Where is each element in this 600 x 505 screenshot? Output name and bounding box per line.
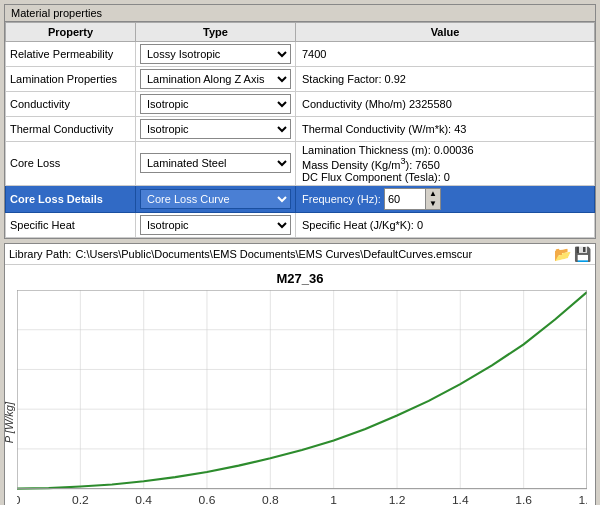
chart-title: M27_36 [13, 271, 587, 286]
svg-text:0.2: 0.2 [72, 493, 89, 505]
folder-open-icon[interactable]: 📂 [553, 246, 571, 262]
curve-line [17, 292, 587, 489]
value-cell: Stacking Factor: 0.92 [296, 67, 595, 92]
type-cell[interactable]: IsotropicAnisotropic [136, 92, 296, 117]
svg-text:0.4: 0.4 [135, 493, 152, 505]
type-cell[interactable]: Lamination Along Z AxisLamination Along … [136, 67, 296, 92]
table-row: Core Loss DetailsCore Loss CurveSteinmet… [6, 185, 595, 212]
frequency-label: Frequency (Hz): [302, 193, 384, 205]
property-cell: Lamination Properties [6, 67, 136, 92]
properties-table: Property Type Value Relative Permeabilit… [5, 22, 595, 238]
svg-text:0.8: 0.8 [262, 493, 279, 505]
col-header-type: Type [136, 23, 296, 42]
col-header-value: Value [296, 23, 595, 42]
main-container: Material properties Property Type Value … [0, 0, 600, 505]
table-row: Relative PermeabilityLossy IsotropicIsot… [6, 42, 595, 67]
table-row: Specific HeatIsotropicAnisotropicSpecifi… [6, 212, 595, 237]
svg-rect-32 [17, 290, 587, 489]
library-path-bar: Library Path: C:\Users\Public\Documents\… [5, 244, 595, 265]
property-cell: Specific Heat [6, 212, 136, 237]
svg-text:0.6: 0.6 [199, 493, 216, 505]
table-row: ConductivityIsotropicAnisotropicConducti… [6, 92, 595, 117]
chart-container: 0 0.2 0.4 0.6 0.8 1 1.2 1.4 1.6 1.8 0 [17, 290, 587, 505]
svg-text:0: 0 [17, 493, 21, 505]
svg-text:1.2: 1.2 [389, 493, 406, 505]
svg-text:1.6: 1.6 [515, 493, 532, 505]
value-cell: Specific Heat (J/Kg*K): 0 [296, 212, 595, 237]
svg-text:1.8: 1.8 [579, 493, 587, 505]
frequency-spinbox[interactable]: ▲▼ [384, 188, 441, 210]
frequency-input[interactable] [385, 192, 425, 206]
chart-area: M27_36 P [W/kg] [5, 265, 595, 505]
spinbox-down-button[interactable]: ▼ [426, 199, 440, 209]
table-row: Core LossLaminated SteelNoneElectrical S… [6, 142, 595, 186]
value-cell: Lamination Thickness (m): 0.00036Mass De… [296, 142, 595, 186]
type-cell[interactable]: Core Loss CurveSteinmetzNone [136, 185, 296, 212]
property-cell: Conductivity [6, 92, 136, 117]
folder-save-icon[interactable]: 💾 [573, 246, 591, 262]
value-cell: 7400 [296, 42, 595, 67]
y-axis-label: P [W/kg] [3, 402, 15, 443]
col-header-property: Property [6, 23, 136, 42]
library-path-value: C:\Users\Public\Documents\EMS Documents\… [75, 248, 549, 260]
type-cell[interactable]: IsotropicAnisotropic [136, 117, 296, 142]
type-cell[interactable]: Laminated SteelNoneElectrical Steel [136, 142, 296, 186]
property-cell: Relative Permeability [6, 42, 136, 67]
type-cell[interactable]: Lossy IsotropicIsotropicAnisotropic [136, 42, 296, 67]
value-cell: Frequency (Hz): ▲▼ [296, 185, 595, 212]
type-select[interactable]: Core Loss CurveSteinmetzNone [140, 189, 291, 209]
table-row: Thermal ConductivityIsotropicAnisotropic… [6, 117, 595, 142]
table-row: Lamination PropertiesLamination Along Z … [6, 67, 595, 92]
type-cell[interactable]: IsotropicAnisotropic [136, 212, 296, 237]
material-panel-title: Material properties [5, 5, 595, 22]
value-cell: Conductivity (Mho/m) 2325580 [296, 92, 595, 117]
chart-panel: Library Path: C:\Users\Public\Documents\… [4, 243, 596, 505]
library-path-label: Library Path: [9, 248, 71, 260]
material-properties-panel: Material properties Property Type Value … [4, 4, 596, 239]
value-cell: Thermal Conductivity (W/m*k): 43 [296, 117, 595, 142]
type-select[interactable]: IsotropicAnisotropic [140, 94, 291, 114]
folder-icons: 📂 💾 [553, 246, 591, 262]
type-select[interactable]: Lossy IsotropicIsotropicAnisotropic [140, 44, 291, 64]
property-cell: Core Loss Details [6, 185, 136, 212]
type-select[interactable]: IsotropicAnisotropic [140, 215, 291, 235]
svg-text:1.4: 1.4 [452, 493, 469, 505]
property-cell: Core Loss [6, 142, 136, 186]
svg-text:1: 1 [330, 493, 337, 505]
type-select[interactable]: IsotropicAnisotropic [140, 119, 291, 139]
type-select[interactable]: Laminated SteelNoneElectrical Steel [140, 153, 291, 173]
property-cell: Thermal Conductivity [6, 117, 136, 142]
spinbox-up-button[interactable]: ▲ [426, 189, 440, 199]
type-select[interactable]: Lamination Along Z AxisLamination Along … [140, 69, 291, 89]
chart-svg: 0 0.2 0.4 0.6 0.8 1 1.2 1.4 1.6 1.8 0 [17, 290, 587, 505]
